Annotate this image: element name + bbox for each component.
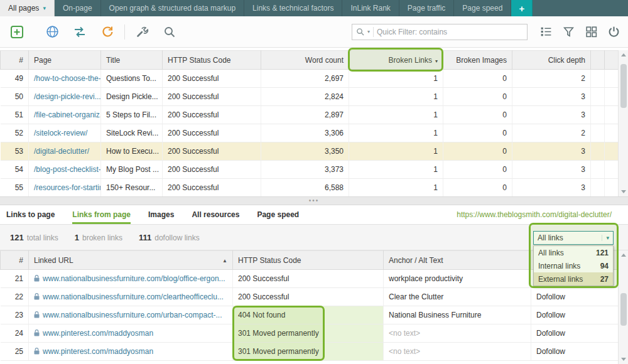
col-header-extra2 xyxy=(605,51,619,70)
col-header-broken-images[interactable]: Broken Images xyxy=(443,51,512,70)
word-count: 2,824 xyxy=(261,88,349,106)
tab-page-speed-bottom[interactable]: Page speed xyxy=(257,210,299,224)
col-header-linked-url[interactable]: ▲ Linked URL xyxy=(29,251,233,270)
table-row[interactable]: 52 /sitelock-review/ SiteLock Revi... 20… xyxy=(1,124,619,142)
tab-on-page[interactable]: On-page xyxy=(55,0,101,16)
tab-links-to-page[interactable]: Links to page xyxy=(6,210,55,224)
page-link[interactable]: /blog-post-checklist-w xyxy=(34,165,101,174)
quick-filter-input[interactable] xyxy=(377,28,523,36)
table-row[interactable]: 21 www.nationalbusinessfurniture.com/blo… xyxy=(1,270,619,288)
row-number: 53 xyxy=(1,142,29,161)
col-header-broken-links[interactable]: Broken Links▾ xyxy=(349,51,443,70)
linked-url[interactable]: www.nationalbusinessfurniture.com/urban-… xyxy=(43,311,222,319)
tab-open-graph[interactable]: Open graph & structured data markup xyxy=(101,0,244,16)
col-header-num[interactable]: # xyxy=(1,51,29,70)
current-page-url[interactable]: https://www.theblogsmith.com/digital-dec… xyxy=(457,210,612,224)
option-internal-links[interactable]: Internal links 94 xyxy=(534,259,613,272)
list-icon xyxy=(539,25,553,38)
rel-attribute: Dofollow xyxy=(531,306,619,324)
toolbar: ▾ xyxy=(0,16,628,48)
page-link[interactable]: /how-to-choose-the-rig xyxy=(34,74,101,83)
http-status: 200 Successful xyxy=(163,161,261,179)
table-row[interactable]: 50 /design-pickle-revi... Design Pickle.… xyxy=(1,88,619,106)
table-row[interactable]: 49 /how-to-choose-the-rig Questions To..… xyxy=(1,70,619,88)
shutdown-button[interactable] xyxy=(604,23,623,41)
search-icon xyxy=(356,28,364,36)
col-header-num[interactable]: # xyxy=(1,251,29,270)
row-number: 52 xyxy=(1,124,29,142)
scroll-down-icon[interactable] xyxy=(621,190,626,193)
filter-button[interactable] xyxy=(559,23,578,41)
page-link[interactable]: /digital-declutter/ xyxy=(34,147,89,156)
chevron-down-icon[interactable]: ▾ xyxy=(367,29,370,35)
tab-all-resources[interactable]: All resources xyxy=(192,210,239,224)
funnel-icon xyxy=(562,25,575,38)
tab-links-from-page[interactable]: Links from page xyxy=(72,210,131,224)
col-header-status[interactable]: HTTP Status Code xyxy=(163,51,261,70)
broken-links-count: 1 xyxy=(349,124,443,142)
tab-inlink-rank[interactable]: InLink Rank xyxy=(342,0,399,16)
column-options-button[interactable] xyxy=(536,23,555,41)
word-count: 3,306 xyxy=(261,124,349,142)
option-external-links[interactable]: External links 27 xyxy=(534,272,613,286)
tab-all-pages[interactable]: All pages ▾ xyxy=(0,0,55,16)
page-link[interactable]: /file-cabinet-organiz... xyxy=(34,110,101,119)
tab-links-technical[interactable]: Links & technical factors xyxy=(244,0,342,16)
add-tab-button[interactable]: + xyxy=(511,0,533,16)
add-project-button[interactable] xyxy=(8,23,26,41)
panel-splitter[interactable]: ••• xyxy=(0,196,628,205)
lock-icon xyxy=(34,311,40,318)
bottom-table-scrollbar[interactable] xyxy=(618,250,628,364)
scroll-up-icon[interactable] xyxy=(621,53,626,56)
col-header-status[interactable]: HTTP Status Code xyxy=(233,251,384,270)
search-button[interactable] xyxy=(160,23,179,41)
broken-images-count: 0 xyxy=(443,88,512,106)
linked-url[interactable]: www.pinterest.com/maddyosman xyxy=(43,347,153,356)
tab-images[interactable]: Images xyxy=(148,210,174,224)
page-link[interactable]: /resources-for-starting xyxy=(34,183,101,192)
drag-handle-icon: ••• xyxy=(309,197,320,204)
table-row-selected[interactable]: 53 /digital-declutter/ How to Execu... 2… xyxy=(1,142,619,161)
table-row[interactable]: 22 www.nationalbusinessfurniture.com/cle… xyxy=(1,288,619,306)
table-row[interactable]: 24 www.pinterest.com/maddyosman 301 Move… xyxy=(1,324,619,343)
scrollbar-thumb[interactable] xyxy=(620,64,627,108)
scroll-down-icon[interactable] xyxy=(621,358,626,361)
anchor-text: <no text> xyxy=(384,343,531,361)
table-row[interactable]: 55 /resources-for-starting 150+ Resour..… xyxy=(1,179,619,197)
linked-url[interactable]: www.pinterest.com/maddyosman xyxy=(43,329,153,338)
scrollbar-thumb[interactable] xyxy=(620,293,627,326)
dashboard-button[interactable] xyxy=(582,23,600,41)
rebuild-project-button[interactable] xyxy=(70,23,89,41)
wrench-icon xyxy=(135,25,149,39)
col-header-word-count[interactable]: Word count xyxy=(261,51,349,70)
http-status: 301 Moved permanently xyxy=(233,324,384,343)
click-depth: 3 xyxy=(512,88,591,106)
table-row[interactable]: 23 www.nationalbusinessfurniture.com/urb… xyxy=(1,306,619,324)
col-header-page[interactable]: Page xyxy=(29,51,101,70)
http-status: 200 Successful xyxy=(233,270,384,288)
broken-images-count: 0 xyxy=(443,70,512,88)
click-depth: 2 xyxy=(512,70,591,88)
col-header-anchor[interactable]: Anchor / Alt Text xyxy=(384,251,531,270)
table-row[interactable]: 51 /file-cabinet-organiz... 5 Steps to F… xyxy=(1,106,619,124)
table-row[interactable]: 25 www.pinterest.com/maddyosman 301 Move… xyxy=(1,343,619,361)
col-header-click-depth[interactable]: Click depth xyxy=(512,51,591,70)
page-link[interactable]: /design-pickle-revi... xyxy=(34,92,101,101)
linked-url[interactable]: www.nationalbusinessfurniture.com/cleart… xyxy=(43,292,224,301)
scroll-up-icon[interactable] xyxy=(621,254,626,257)
tab-page-speed[interactable]: Page speed xyxy=(454,0,511,16)
crawl-website-button[interactable] xyxy=(43,23,62,41)
tab-page-traffic[interactable]: Page traffic xyxy=(399,0,454,16)
col-header-title[interactable]: Title xyxy=(101,51,163,70)
table-row[interactable]: 54 /blog-post-checklist-w My Blog Post .… xyxy=(1,161,619,179)
settings-button[interactable] xyxy=(133,23,151,41)
chevron-down-icon: ▾ xyxy=(602,235,609,241)
links-filter-dropdown[interactable]: All links ▾ xyxy=(533,231,614,245)
top-table-scrollbar[interactable] xyxy=(618,50,628,196)
linked-url[interactable]: www.nationalbusinessfurniture.com/blog/o… xyxy=(43,274,225,283)
click-depth: 3 xyxy=(512,142,591,161)
page-title: SiteLock Revi... xyxy=(101,124,163,142)
page-link[interactable]: /sitelock-review/ xyxy=(34,129,87,137)
resume-crawl-button[interactable] xyxy=(98,23,117,41)
option-all-links[interactable]: All links 121 xyxy=(534,246,613,259)
